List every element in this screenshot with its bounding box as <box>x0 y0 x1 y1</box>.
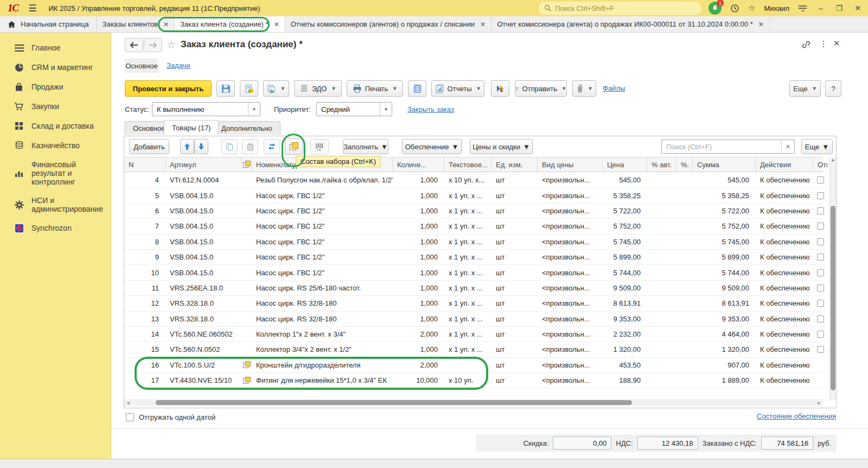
send-button[interactable]: Отправить▼ <box>515 80 567 97</box>
post-document-button[interactable] <box>240 80 258 97</box>
table-row[interactable]: 5 VSB.004.15.0 Насос цирк. ГВС 1/2" 1,00… <box>124 188 823 203</box>
move-up-button[interactable] <box>180 139 194 154</box>
row-checkbox[interactable] <box>817 331 824 338</box>
row-checkbox[interactable] <box>817 223 824 230</box>
close-icon[interactable]: ✕ <box>758 21 764 28</box>
post-and-close-button[interactable]: Провести и закрыть <box>125 80 212 97</box>
move-down-button[interactable] <box>194 139 208 154</box>
clear-search-icon[interactable]: ✕ <box>781 140 794 153</box>
sidebar-item-crm[interactable]: CRM и маркетинг <box>0 58 111 77</box>
tab-commission-report-doc[interactable]: Отчет комиссионера (агента) о продажах И… <box>492 16 770 32</box>
tab-commission-reports[interactable]: Отчеты комиссионеров (агентов) о продажа… <box>285 16 492 32</box>
chevron-down-icon[interactable]: ▼ <box>380 103 392 116</box>
vertical-scroll-thumb[interactable] <box>831 206 835 390</box>
supply-button[interactable]: Обеспечение▼ <box>402 139 462 154</box>
close-icon[interactable]: ✕ <box>163 21 169 28</box>
tab-goods[interactable]: Товары (17) <box>164 120 219 135</box>
table-search-input[interactable]: Поиск (Ctrl+F) ✕ <box>661 140 795 154</box>
favorite-star-icon[interactable]: ☆ <box>167 39 176 51</box>
table-row[interactable]: 16 VTc.100.S.U/2 Кронштейн д/гидрораздел… <box>124 358 823 373</box>
forward-button[interactable] <box>144 38 162 52</box>
table-row[interactable]: 17 VT.4430.NVE.15/10 Фитинг для нержевей… <box>124 373 823 388</box>
prices-discounts-button[interactable]: Цены и скидки▼ <box>470 139 533 154</box>
service-menu-icon[interactable] <box>798 4 807 12</box>
copy-row-button[interactable] <box>221 139 238 154</box>
sidebar-item-admin[interactable]: НСИ и администрирование <box>0 191 111 218</box>
row-checkbox[interactable] <box>817 238 824 245</box>
close-order-link[interactable]: Закрыть заказ <box>407 105 454 113</box>
row-checkbox[interactable] <box>817 192 824 199</box>
scroll-up-icon[interactable]: ▲ <box>830 157 836 163</box>
table-header[interactable]: N Артикул Номенклатура Количе... Текстов… <box>124 157 823 172</box>
status-select[interactable]: К выполнению▼ <box>152 102 260 116</box>
restore-button[interactable]: ❐ <box>834 4 844 12</box>
set-composition-button[interactable] <box>285 138 303 155</box>
row-checkbox[interactable] <box>817 300 824 307</box>
close-form-icon[interactable]: ✕ <box>833 39 840 48</box>
nav-main[interactable]: Основное <box>125 59 158 73</box>
exchange-rows-button[interactable] <box>264 139 280 154</box>
ship-one-date-checkbox[interactable] <box>126 413 134 421</box>
notifications-icon[interactable]: 1 <box>709 2 722 15</box>
table-row[interactable]: 14 VTc.560.NE.060502 Коллектор 1"х 2 вен… <box>124 327 823 342</box>
attach-button[interactable]: ▼ <box>572 80 596 97</box>
horizontal-scrollbar[interactable]: ◄ ► <box>124 399 823 406</box>
row-checkbox[interactable] <box>817 346 824 353</box>
more-button[interactable]: Еще▼ <box>789 80 821 97</box>
table-row[interactable]: 6 VSB.004.15.0 Насос цирк. ГВС 1/2" 1,00… <box>124 204 823 219</box>
row-checkbox[interactable] <box>817 269 824 276</box>
close-icon[interactable]: ✕ <box>274 21 279 28</box>
current-user[interactable]: Михаил <box>764 4 789 12</box>
sidebar-item-treasury[interactable]: Казначейство <box>0 136 111 155</box>
close-window-button[interactable]: ✕ <box>853 4 863 12</box>
scroll-right-icon[interactable]: ► <box>815 400 823 406</box>
sidebar-item-purchases[interactable]: Закупки <box>0 97 111 116</box>
table-row[interactable]: 13 VRS.328.18.0 Насос цирк. RS 32/8-180 … <box>124 312 823 327</box>
close-icon[interactable]: ✕ <box>480 21 486 28</box>
row-checkbox[interactable] <box>817 315 824 322</box>
horizontal-scroll-thumb[interactable] <box>156 400 632 405</box>
barcode-scan-button[interactable] <box>310 139 329 154</box>
print-button[interactable]: Печать▼ <box>347 80 403 97</box>
sidebar-item-main[interactable]: Главное <box>0 38 111 58</box>
chevron-down-icon[interactable]: ▼ <box>248 103 260 116</box>
reports-button[interactable]: Отчеты▼ <box>431 80 484 97</box>
table-row[interactable]: 11 VRS.256EA.18.0 Насос цирк. RS 25/6-18… <box>124 281 823 296</box>
table-row[interactable]: 9 VSB.004.15.0 Насос цирк. ГВС 1/2" 1,00… <box>124 250 823 265</box>
row-checkbox[interactable] <box>817 254 824 261</box>
help-button[interactable]: ? <box>825 80 841 97</box>
row-checkbox[interactable] <box>817 207 824 214</box>
tab-additional[interactable]: Дополнительно <box>213 121 280 135</box>
sidebar-item-synchrozon[interactable]: Synchrozon <box>0 218 111 238</box>
row-checkbox[interactable] <box>817 176 824 184</box>
save-button[interactable] <box>216 80 235 97</box>
table-more-button[interactable]: Еще▼ <box>801 139 833 154</box>
files-link[interactable]: Файлы <box>603 84 625 92</box>
vertical-scrollbar[interactable]: ▲ <box>829 157 836 400</box>
ship-one-date-option[interactable]: Отгружать одной датой <box>126 413 215 421</box>
sidebar-item-sales[interactable]: Продажи <box>0 77 111 97</box>
priority-select[interactable]: Средний▼ <box>316 102 392 116</box>
sidebar-item-finance[interactable]: Финансовый результат и контроллинг <box>0 155 111 191</box>
fill-button[interactable]: Заполнить▼ <box>343 139 388 154</box>
table-row[interactable]: 12 VRS.328.18.0 Насос цирк. RS 32/8-180 … <box>124 296 823 311</box>
main-menu-icon[interactable]: ☰ <box>28 3 36 14</box>
kebab-menu-icon[interactable]: ⋮ <box>819 39 828 49</box>
create-based-on-button[interactable]: ▼ <box>263 80 289 97</box>
sidebar-item-warehouse[interactable]: Склад и доставка <box>0 116 111 136</box>
table-row[interactable]: 7 VSB.004.15.0 Насос цирк. ГВС 1/2" 1,00… <box>124 219 823 234</box>
table-row[interactable]: 4 VTr.612.N.0004 Резьб Полусгон нак./гай… <box>124 173 823 188</box>
supply-state-link[interactable]: Состояние обеспечения <box>757 412 836 420</box>
get-link-icon[interactable] <box>801 40 811 49</box>
document-structure-button[interactable] <box>408 80 426 97</box>
edo-button[interactable]: ЭДО▼ <box>294 80 342 97</box>
table-row[interactable]: 10 VSB.004.15.0 Насос цирк. ГВС 1/2" 1,0… <box>124 265 823 280</box>
minimize-button[interactable]: ‒ <box>816 4 826 12</box>
add-row-button[interactable]: Добавить <box>129 139 169 154</box>
favorites-star-icon[interactable]: ☆ <box>748 3 755 13</box>
history-icon[interactable] <box>730 4 739 13</box>
nav-tasks[interactable]: Задачи <box>167 61 190 69</box>
paste-row-button[interactable] <box>242 139 258 154</box>
global-search-input[interactable]: Поиск Ctrl+Shift+F <box>539 2 701 15</box>
row-checkbox[interactable] <box>817 284 824 292</box>
